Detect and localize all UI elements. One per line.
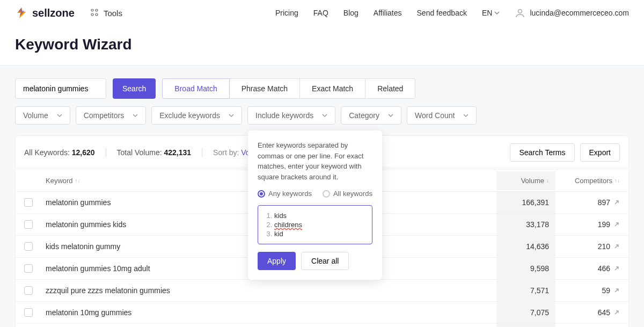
external-link-icon[interactable] — [613, 265, 620, 272]
external-link-icon[interactable] — [613, 309, 620, 316]
tab-phrase-match[interactable]: Phrase Match — [230, 78, 300, 99]
stat-separator — [106, 148, 106, 157]
match-tabs: Broad Match Phrase Match Exact Match Rel… — [162, 78, 415, 99]
tab-exact-match[interactable]: Exact Match — [300, 78, 365, 99]
external-link-icon[interactable] — [613, 199, 620, 206]
row-competitors: 210 — [555, 242, 620, 251]
tab-related[interactable]: Related — [365, 78, 415, 99]
svg-point-2 — [91, 13, 93, 16]
language-selector[interactable]: EN — [482, 9, 500, 17]
row-checkbox[interactable] — [24, 198, 33, 207]
table-row: zzzquil pure zzzs melatonin gummies 7,57… — [16, 280, 628, 302]
row-checkbox[interactable] — [24, 286, 33, 295]
radio-any-keywords[interactable]: Any keywords — [258, 190, 312, 198]
row-checkbox[interactable] — [24, 264, 33, 273]
row-checkbox[interactable] — [24, 308, 33, 317]
svg-point-1 — [96, 9, 98, 11]
chevron-down-icon — [133, 113, 138, 118]
row-checkbox-cell — [24, 308, 46, 317]
row-checkbox[interactable] — [24, 220, 33, 229]
search-input[interactable] — [15, 78, 106, 99]
popover-instructions: Enter keywords separated by commas or on… — [258, 140, 372, 182]
table-actions: Search Terms Export — [510, 143, 620, 162]
export-button[interactable]: Export — [580, 143, 620, 162]
row-volume: 14,636 — [496, 236, 555, 257]
tab-broad-match[interactable]: Broad Match — [162, 78, 229, 99]
include-keywords-popover: Enter keywords separated by commas or on… — [248, 130, 382, 280]
row-competitors: 199 — [555, 220, 620, 229]
nav-affiliates[interactable]: Affiliates — [374, 9, 402, 17]
header-volume[interactable]: Volume ↓ — [496, 171, 555, 190]
table-row: melatonin gummies for kids 6,050 220 — [16, 324, 628, 327]
filter-category[interactable]: Category — [341, 106, 401, 125]
filter-exclude[interactable]: Exclude keywords — [151, 106, 242, 125]
row-checkbox-cell — [24, 264, 46, 273]
popover-actions: Apply Clear all — [258, 252, 372, 270]
radio-all-keywords[interactable]: All keywords — [323, 190, 372, 198]
row-volume: 7,075 — [496, 302, 555, 323]
sort-icon: ↑↓ — [75, 178, 80, 184]
row-volume: 33,178 — [496, 214, 555, 235]
logo[interactable]: sellzone — [15, 6, 75, 19]
keywords-textarea[interactable]: kids childrens kid — [258, 205, 372, 244]
chevron-down-icon — [463, 113, 469, 118]
row-competitors: 645 — [555, 308, 620, 317]
row-competitors: 59 — [555, 286, 620, 295]
page-title: Keyword Wizard — [0, 26, 644, 65]
table-row: melatonin 10mg gummies 7,075 645 — [16, 302, 628, 324]
chevron-down-icon — [494, 10, 500, 16]
chevron-down-icon — [229, 113, 234, 118]
tools-label: Tools — [104, 9, 122, 18]
row-checkbox-cell — [24, 220, 46, 229]
filter-volume[interactable]: Volume — [15, 106, 70, 125]
nav-pricing[interactable]: Pricing — [275, 9, 298, 17]
grid-icon — [91, 9, 99, 17]
row-competitors: 466 — [555, 264, 620, 273]
total-volume-stat: Total Volume: 422,131 — [117, 148, 192, 157]
external-link-icon[interactable] — [613, 243, 620, 250]
row-volume: 166,391 — [496, 192, 555, 213]
external-link-icon[interactable] — [613, 221, 620, 228]
nav-faq[interactable]: FAQ — [313, 9, 328, 17]
row-checkbox-cell — [24, 198, 46, 207]
content-area: Search Broad Match Phrase Match Exact Ma… — [0, 66, 644, 327]
user-email: lucinda@ecommerceceo.com — [530, 9, 629, 17]
top-bar: sellzone Tools Pricing FAQ Blog Affiliat… — [0, 0, 644, 26]
apply-button[interactable]: Apply — [258, 252, 296, 270]
tools-button[interactable]: Tools — [91, 9, 122, 18]
row-checkbox[interactable] — [24, 242, 33, 251]
radio-icon — [258, 190, 265, 198]
chevron-down-icon — [388, 113, 393, 118]
lang-label: EN — [482, 9, 492, 17]
search-button[interactable]: Search — [113, 78, 156, 99]
svg-point-4 — [518, 10, 522, 13]
sort-down-icon: ↓ — [546, 178, 549, 184]
row-keyword[interactable]: zzzquil pure zzzs melatonin gummies — [46, 286, 496, 295]
top-nav: Pricing FAQ Blog Affiliates Send feedbac… — [275, 8, 629, 18]
nav-blog[interactable]: Blog — [343, 9, 358, 17]
sort-icon: ↑↓ — [614, 178, 620, 184]
sellzone-logo-icon — [15, 6, 28, 19]
chevron-down-icon — [322, 113, 327, 118]
brand-text: sellzone — [32, 7, 75, 19]
filter-competitors[interactable]: Competitors — [76, 106, 146, 125]
stat-separator — [202, 148, 202, 157]
all-keywords-stat: All Keywords: 12,620 — [24, 148, 95, 157]
row-checkbox-cell — [24, 242, 46, 251]
svg-point-0 — [91, 9, 93, 11]
user-menu[interactable]: lucinda@ecommerceceo.com — [515, 8, 629, 18]
row-keyword[interactable]: melatonin 10mg gummies — [46, 308, 496, 317]
nav-feedback[interactable]: Send feedback — [417, 9, 467, 17]
row-volume: 6,050 — [496, 324, 555, 327]
filter-include[interactable]: Include keywords Enter keywords separate… — [247, 106, 335, 125]
clear-all-button[interactable]: Clear all — [301, 252, 349, 270]
filters-row: Volume Competitors Exclude keywords Incl… — [15, 106, 629, 125]
row-volume: 9,598 — [496, 258, 555, 279]
search-row: Search Broad Match Phrase Match Exact Ma… — [15, 78, 629, 99]
header-competitors[interactable]: Competitors ↑↓ — [555, 177, 620, 185]
chevron-down-icon — [57, 113, 62, 118]
search-terms-button[interactable]: Search Terms — [510, 143, 574, 162]
radio-icon — [323, 190, 330, 198]
filter-wordcount[interactable]: Word Count — [407, 106, 477, 125]
external-link-icon[interactable] — [613, 287, 620, 294]
